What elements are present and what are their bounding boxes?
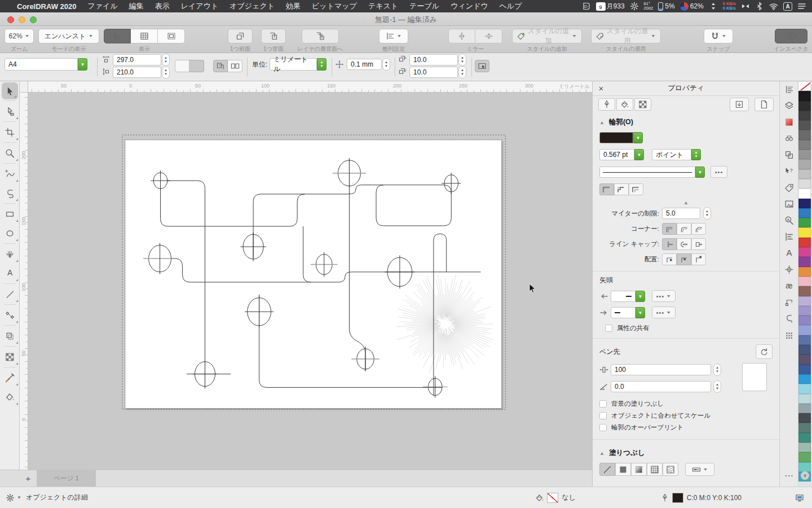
start-arrowhead-dropdown[interactable] [611, 291, 636, 302]
end-arrowhead-dropdown[interactable] [611, 307, 636, 318]
inspector-toggle-button[interactable]: i [775, 29, 807, 43]
palette-swatch-11[interactable] [798, 189, 811, 198]
tool-interactive-fill[interactable] [0, 387, 20, 406]
snap-dropdown[interactable]: ▼ [704, 29, 733, 43]
control-center-icon[interactable] [797, 2, 806, 11]
duplicate-y-input[interactable]: 10.0 [409, 67, 458, 78]
menu-表示[interactable]: 表示 [149, 1, 175, 11]
page-size-preset[interactable]: A4 [5, 58, 78, 71]
miter-limit-stepper[interactable]: ▲▼ [703, 207, 711, 220]
close-inspector-button[interactable]: × [593, 84, 610, 93]
transparency-tab[interactable] [634, 98, 651, 111]
outline-outside-button[interactable] [662, 253, 677, 265]
fountain-fill-button[interactable] [631, 463, 647, 476]
duplicate-y-stepper[interactable]: ▲▼ [458, 66, 466, 78]
start-arrowhead-options[interactable]: •••▼ [652, 290, 676, 302]
to-back-of-layer-button[interactable] [302, 29, 339, 43]
palette-swatch-3[interactable] [798, 111, 811, 120]
menu-ビットマップ[interactable]: ビットマップ [306, 1, 363, 11]
line-connection-option-3[interactable] [629, 183, 643, 195]
units-dropdown[interactable]: ミリメートル [270, 58, 317, 71]
status-chevron-icon[interactable]: ▼ [17, 495, 21, 500]
duplicate-x-stepper[interactable]: ▲▼ [458, 54, 466, 66]
page-height-input[interactable]: 210.0 [113, 67, 161, 78]
menu-オブジェクト[interactable]: オブジェクト [224, 1, 280, 11]
palette-scroll-down-button[interactable]: ▼ [801, 471, 809, 480]
uniform-fill-button[interactable] [615, 463, 631, 476]
butt-cap-button[interactable] [662, 238, 677, 250]
palette-swatch-31[interactable] [798, 384, 811, 393]
line-style-more-button[interactable]: ••• [710, 166, 727, 178]
line-connection-option-1[interactable] [599, 183, 614, 195]
end-arrowhead-options[interactable]: •••▼ [652, 306, 676, 318]
weather-text[interactable]: 61°2002 [644, 2, 654, 11]
align-settings-dropdown[interactable]: ▼ [379, 29, 408, 43]
menu-ヘルプ[interactable]: ヘルプ [494, 1, 528, 11]
tool-connector[interactable] [0, 305, 20, 325]
landscape-button[interactable] [189, 60, 204, 72]
tool-pick[interactable] [2, 82, 18, 99]
strip-more-button[interactable]: ⋯ [780, 470, 798, 481]
gear-icon[interactable] [630, 2, 639, 11]
palette-swatch-23[interactable] [798, 306, 811, 316]
round-corner-button[interactable] [677, 223, 691, 235]
palette-swatch-18[interactable] [798, 257, 811, 266]
dock-trace-bitmap-icon[interactable] [780, 196, 798, 212]
dock-object-properties-icon[interactable] [780, 81, 798, 98]
dock-registration-icon[interactable] [780, 261, 798, 278]
apply-style-dropdown[interactable]: スタイルの適用▼ [591, 29, 661, 43]
share-attributes-checkbox[interactable] [605, 325, 612, 332]
tool-drop-shadow[interactable] [0, 326, 20, 345]
tool-transparency[interactable] [0, 347, 20, 366]
tip-angle-input[interactable]: 0.0 [611, 381, 711, 392]
dock-fill-color-icon[interactable] [780, 114, 798, 130]
all-pages-button[interactable] [213, 60, 228, 72]
palette-swatch-2[interactable] [798, 101, 811, 111]
page-width-stepper[interactable]: ▲▼ [162, 54, 170, 66]
add-style-dropdown[interactable]: スタイルの追加▼ [512, 29, 582, 43]
palette-swatch-29[interactable] [798, 365, 811, 374]
palette-swatch-4[interactable] [798, 120, 811, 130]
palette-swatch-5[interactable] [798, 130, 811, 139]
mirror-horizontal-button[interactable] [448, 29, 475, 43]
status-gear-icon[interactable] [6, 493, 15, 502]
ruler-origin-corner[interactable] [20, 81, 28, 93]
back-one-button[interactable] [261, 29, 286, 43]
forward-one-button[interactable] [228, 29, 253, 43]
tool-freehand[interactable] [0, 164, 20, 183]
pattern-fill-button[interactable] [647, 463, 663, 476]
palette-swatch-9[interactable] [798, 169, 811, 179]
zoom-level-dropdown[interactable]: 62%▼ [5, 29, 34, 43]
battery-status[interactable]: 5% [658, 2, 674, 11]
bowtie-icon[interactable] [741, 2, 750, 11]
palette-swatch-39[interactable] [798, 462, 811, 472]
outline-inside-button[interactable] [691, 253, 706, 265]
line-connection-option-2[interactable] [614, 183, 629, 195]
fill-collapse-icon[interactable]: ▲ [599, 450, 604, 456]
do-not-disturb-icon[interactable]: D [582, 2, 591, 11]
palette-swatch-6[interactable] [798, 140, 811, 150]
tool-eyedropper[interactable] [0, 368, 20, 387]
palette-swatch-38[interactable] [798, 452, 811, 462]
tip-width-input[interactable]: 100 [611, 364, 711, 375]
dock-object-tags-icon[interactable] [780, 179, 798, 196]
palette-swatch-37[interactable] [798, 443, 811, 452]
palette-swatch-8[interactable] [798, 159, 811, 169]
horizontal-ruler[interactable]: 50050100150200250300ミリメートル [28, 81, 592, 93]
outline-units-stepper[interactable]: ▲▼ [691, 149, 701, 160]
texture-fill-button[interactable] [663, 463, 678, 476]
outline-centered-button[interactable] [677, 253, 691, 265]
display-settings-icon[interactable] [795, 493, 804, 502]
show-page-border-button[interactable] [158, 29, 185, 43]
dock-color-grid-icon[interactable] [780, 327, 798, 343]
menu-テキスト[interactable]: テキスト [363, 1, 404, 11]
palette-swatch-28[interactable] [798, 354, 811, 364]
palette-swatch-32[interactable] [798, 394, 811, 404]
current-page-button[interactable] [228, 60, 242, 72]
palette-swatch-12[interactable] [798, 199, 811, 208]
tip-width-stepper[interactable]: ▲▼ [713, 364, 721, 376]
outline-collapse-icon[interactable]: ▲ [599, 120, 604, 125]
palette-swatch-36[interactable] [798, 433, 811, 443]
overprint-outline-checkbox[interactable] [599, 424, 607, 431]
vertical-ruler[interactable]: 200150100500 [20, 93, 28, 470]
